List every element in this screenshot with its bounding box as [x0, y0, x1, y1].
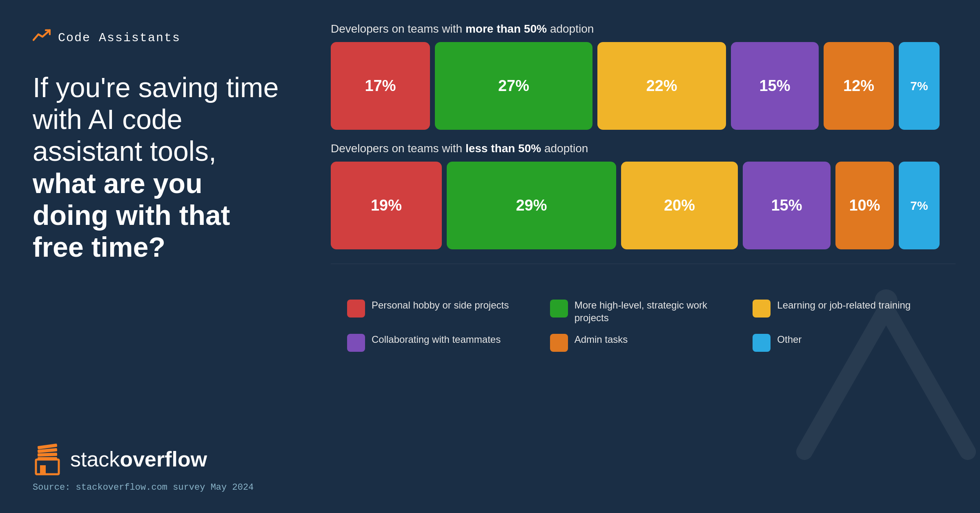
legend-item: Other — [753, 333, 939, 352]
legend-label-text: Other — [777, 333, 802, 346]
brand-category: Code Assistants — [58, 31, 180, 45]
legend-color-box — [347, 334, 365, 352]
so-icon — [33, 442, 62, 476]
chart2-section: Developers on teams with less than 50% a… — [331, 142, 956, 249]
bar-item: 15% — [731, 42, 819, 130]
so-logo-text: stackoverflow — [70, 447, 207, 471]
main-question: If you're saving time with AI code assis… — [33, 71, 282, 442]
question-part2: what are you doing with that free time? — [33, 168, 230, 262]
legend-item: More high-level, strategic work projects — [550, 299, 737, 324]
bar-item: 19% — [331, 162, 442, 249]
legend-item: Admin tasks — [550, 333, 737, 352]
brand-header: Code Assistants — [33, 29, 282, 47]
legend-label-text: Learning or job-related training — [777, 299, 911, 311]
legend-color-box — [550, 334, 568, 352]
bar-item: 10% — [835, 162, 894, 249]
question-part1: If you're saving time with AI code assis… — [33, 72, 279, 167]
legend-color-box — [347, 300, 365, 318]
chart2-bars: 19%29%20%15%10%7% — [331, 162, 956, 249]
svg-rect-1 — [36, 460, 59, 474]
svg-rect-5 — [38, 453, 57, 457]
legend-color-box — [550, 300, 568, 318]
main-container: Code Assistants If you're saving time wi… — [0, 0, 980, 513]
legend-item: Personal hobby or side projects — [347, 299, 534, 324]
left-panel: Code Assistants If you're saving time wi… — [0, 0, 306, 513]
legend-color-box — [753, 334, 771, 352]
bar-item: 7% — [899, 162, 940, 249]
legend-item: Learning or job-related training — [753, 299, 939, 324]
chart1-title-prefix: Developers on teams with — [331, 22, 466, 35]
bar-item: 12% — [824, 42, 894, 130]
chart2-title-emphasis: less than 50% — [466, 142, 541, 155]
svg-rect-6 — [38, 457, 57, 460]
chart2-title: Developers on teams with less than 50% a… — [331, 142, 956, 155]
legend: Personal hobby or side projectsMore high… — [331, 286, 956, 364]
bar-item: 17% — [331, 42, 430, 130]
divider — [331, 264, 956, 264]
legend-label-text: More high-level, strategic work projects — [575, 299, 737, 324]
chart1-title-suffix: adoption — [547, 22, 594, 35]
so-stack: stack — [70, 447, 120, 471]
legend-item: Collaborating with teammates — [347, 333, 534, 352]
bar-item: 20% — [621, 162, 738, 249]
right-panel: Developers on teams with more than 50% a… — [306, 0, 980, 513]
bar-item: 7% — [899, 42, 940, 130]
bar-item: 29% — [447, 162, 616, 249]
legend-label-text: Admin tasks — [575, 333, 628, 346]
legend-label-text: Collaborating with teammates — [372, 333, 501, 346]
chart1-title: Developers on teams with more than 50% a… — [331, 22, 956, 36]
chart1-bars: 17%27%22%15%12%7% — [331, 42, 956, 130]
chart2-title-prefix: Developers on teams with — [331, 142, 466, 155]
bar-item: 22% — [597, 42, 726, 130]
bar-item: 15% — [743, 162, 831, 249]
svg-rect-2 — [40, 465, 46, 474]
legend-label-text: Personal hobby or side projects — [372, 299, 509, 311]
trend-icon — [33, 29, 51, 47]
bar-item: 27% — [435, 42, 592, 130]
legend-color-box — [753, 300, 771, 318]
chart2-title-suffix: adoption — [541, 142, 588, 155]
chart1-title-emphasis: more than 50% — [466, 22, 547, 35]
bottom-brand: stackoverflow Source: stackoverflow.com … — [33, 442, 282, 493]
chart1-section: Developers on teams with more than 50% a… — [331, 22, 956, 130]
so-logo: stackoverflow — [33, 442, 282, 476]
so-overflow: overflow — [120, 447, 207, 471]
source-text: Source: stackoverflow.com survey May 202… — [33, 482, 282, 493]
